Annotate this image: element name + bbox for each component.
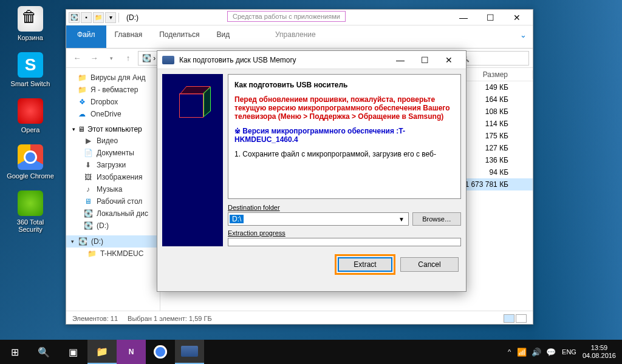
sidebar-this-pc[interactable]: ▾🖥Этот компьютер: [66, 124, 160, 135]
tray-expand-icon[interactable]: ^: [508, 348, 511, 356]
sidebar-item[interactable]: 🖥Рабочий стол: [66, 195, 160, 207]
taskbar-samsung-app[interactable]: [175, 340, 204, 364]
sidebar-item-label: Dropbox: [91, 98, 118, 106]
instructions-warning: Перед обновлением прошивки, пожалуйста, …: [234, 95, 454, 121]
sidebar-item[interactable]: ❖Dropbox: [66, 96, 160, 108]
desktop-icon-label: Smart Switch: [6, 80, 55, 87]
status-bar: Элементов: 11 Выбран 1 элемент: 1,59 ГБ: [66, 311, 533, 325]
chevron-down-icon: ▾: [72, 126, 75, 132]
desktop-icon-360-total-security[interactable]: 360 Total Security: [6, 190, 55, 233]
sidebar-item[interactable]: 📄Документы: [66, 147, 160, 159]
search-input[interactable]: 🔍: [456, 51, 529, 66]
new-folder-qat-icon[interactable]: 📁: [93, 12, 104, 23]
firmware-version: ※ Версия микропрограммного обеспечения :…: [234, 127, 454, 144]
desktop-icon-label: 360 Total Security: [6, 218, 55, 233]
chevron-down-icon: ▾: [71, 238, 74, 244]
sidebar-item-label: OneDrive: [91, 110, 121, 118]
browse-button[interactable]: Browse…: [412, 212, 461, 226]
sidebar-item-label: Этот компьютер: [87, 125, 142, 133]
status-selection: Выбран 1 элемент: 1,59 ГБ: [128, 315, 212, 322]
dialog-minimize-button[interactable]: —: [388, 52, 412, 69]
sidebar-item-label: (D:): [91, 237, 103, 246]
start-button[interactable]: ⊞: [0, 340, 29, 364]
tab-manage[interactable]: Управление: [267, 25, 324, 44]
recycle-bin-icon: [18, 6, 43, 32]
destination-combobox[interactable]: D:\ ▼: [228, 212, 409, 226]
action-center-icon[interactable]: 💬: [546, 348, 556, 357]
sidebar-item[interactable]: ▶Видео: [66, 135, 160, 147]
sidebar-item[interactable]: 🖼Изображения: [66, 171, 160, 183]
taskbar-explorer[interactable]: 📁: [87, 340, 117, 364]
forward-button[interactable]: →: [87, 51, 101, 66]
back-button[interactable]: ←: [70, 51, 84, 66]
taskbar-onenote[interactable]: N: [117, 340, 146, 364]
desktop-icon-label: Google Chrome: [6, 172, 55, 180]
desktop-icon-opera[interactable]: Opera: [6, 98, 55, 133]
tab-share[interactable]: Поделиться: [151, 25, 208, 48]
explorer-titlebar: 💽 ▪ 📁 ▾ (D:) Средства работы с приложени…: [66, 10, 533, 25]
sidebar-item-icon: 🖼: [83, 172, 93, 182]
destination-value: D:\: [230, 215, 244, 223]
search-taskbar-button[interactable]: 🔍: [29, 340, 58, 364]
dialog-maximize-button[interactable]: ☐: [412, 52, 437, 69]
sidebar-item[interactable]: 📁Вирусы для Анд: [66, 72, 160, 84]
cancel-button[interactable]: Cancel: [400, 257, 459, 272]
destination-label: Destination folder: [228, 204, 461, 211]
desktop-icon-label: Корзина: [6, 34, 55, 41]
sidebar-item-label: T-HKMDEUC: [100, 249, 143, 258]
ribbon-expand-icon[interactable]: ⌄: [514, 25, 533, 48]
maximize-button[interactable]: ☐: [477, 10, 504, 25]
dialog-title: Как подготовить диск USB Memory: [179, 56, 388, 64]
sidebar-item[interactable]: 💽Локальный дис: [66, 207, 160, 220]
sidebar-item-selected-drive[interactable]: ▾💽(D:): [66, 235, 160, 248]
sidebar-item-icon: ⬇: [83, 160, 93, 170]
instructions-panel[interactable]: Как подготовить USB носитель Перед обнов…: [228, 74, 461, 199]
sidebar-item-icon: 📁: [77, 85, 87, 95]
dialog-titlebar: Как подготовить диск USB Memory — ☐ ✕: [157, 51, 466, 69]
extract-button[interactable]: Extract: [338, 257, 392, 272]
details-view-button[interactable]: [504, 314, 514, 323]
sidebar-item-icon: ☁: [77, 109, 87, 119]
taskbar-chrome[interactable]: [146, 340, 175, 364]
extract-highlight: Extract: [335, 254, 395, 275]
column-size[interactable]: Размер: [460, 70, 533, 79]
desktop-icon-recycle-bin[interactable]: Корзина: [6, 6, 55, 41]
dialog-close-button[interactable]: ✕: [437, 52, 461, 69]
sidebar-item-icon: ♪: [83, 184, 93, 194]
sidebar-item[interactable]: ♪Музыка: [66, 183, 160, 195]
sidebar-item[interactable]: 📁T-HKMDEUC: [66, 248, 160, 260]
up-button[interactable]: ↑: [121, 51, 135, 66]
drive-icon: 💽: [69, 12, 80, 23]
cube-icon: [174, 85, 211, 121]
google-chrome-icon: [18, 144, 43, 170]
sidebar-item-icon: 💽: [83, 221, 93, 231]
instructions-step-1: 1. Сохраните файл с микропрограммой, заг…: [234, 150, 454, 158]
network-icon[interactable]: 📶: [517, 348, 527, 357]
properties-qat-icon[interactable]: ▪: [81, 12, 92, 23]
sidebar-item-label: Документы: [97, 149, 134, 157]
tab-home[interactable]: Главная: [106, 25, 151, 48]
instructions-heading: Как подготовить USB носитель: [234, 81, 454, 89]
language-indicator[interactable]: ENG: [562, 348, 576, 356]
icons-view-button[interactable]: [516, 314, 527, 323]
desktop-icon-smart-switch[interactable]: SSmart Switch: [6, 52, 55, 87]
sidebar-item[interactable]: ☁OneDrive: [66, 108, 160, 120]
tab-view[interactable]: Вид: [208, 25, 238, 48]
volume-icon[interactable]: 🔊: [531, 348, 541, 357]
close-button[interactable]: ✕: [504, 10, 530, 25]
history-dropdown-icon[interactable]: ▾: [104, 51, 118, 66]
desktop-icon-label: Opera: [6, 126, 55, 133]
chevron-down-icon: ▼: [395, 216, 408, 223]
desktop-icon-google-chrome[interactable]: Google Chrome: [6, 144, 55, 180]
sidebar-item-icon: ❖: [77, 97, 87, 107]
dialog-banner: [162, 74, 223, 246]
sidebar-item[interactable]: ⬇Загрузки: [66, 159, 160, 171]
sidebar-item[interactable]: 💽(D:): [66, 220, 160, 232]
sidebar-item[interactable]: 📁Я - вебмастер: [66, 84, 160, 96]
clock[interactable]: 13:59 04.08.2016: [583, 344, 616, 360]
tab-file[interactable]: Файл: [66, 25, 106, 48]
task-view-button[interactable]: ▣: [58, 340, 87, 364]
sidebar-item-icon: 📄: [83, 148, 93, 158]
minimize-button[interactable]: —: [450, 10, 477, 25]
qat-dropdown-icon[interactable]: ▾: [105, 12, 116, 23]
